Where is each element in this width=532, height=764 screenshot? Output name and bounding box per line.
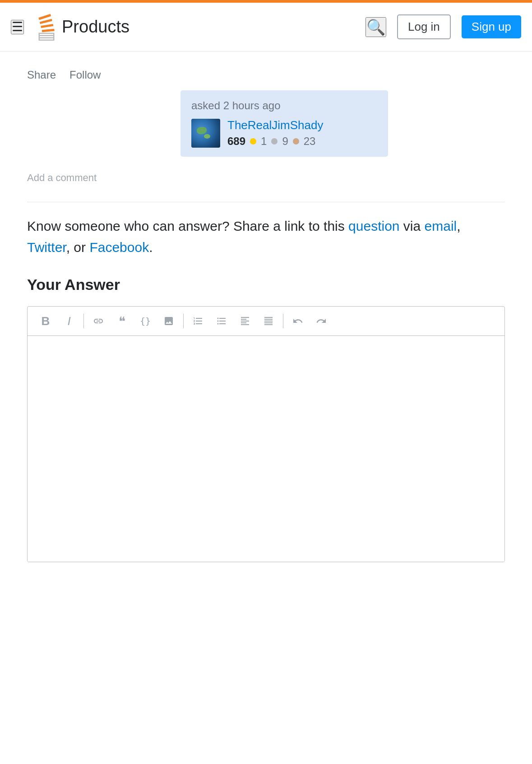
toolbar-unordered-list-button[interactable] bbox=[211, 312, 232, 330]
toolbar-blockquote-button[interactable]: ❝ bbox=[111, 312, 133, 330]
or-text: , or bbox=[66, 240, 86, 255]
share-section: Know someone who can answer? Share a lin… bbox=[27, 216, 505, 258]
toolbar-divider-1 bbox=[83, 314, 84, 328]
gold-badge-dot bbox=[250, 138, 256, 144]
toolbar-divider-2 bbox=[183, 314, 184, 328]
svg-rect-1 bbox=[40, 34, 53, 40]
bronze-badge-count: 23 bbox=[304, 135, 316, 148]
your-answer-heading: Your Answer bbox=[27, 276, 505, 293]
ordered-list-icon bbox=[192, 316, 204, 326]
user-row: TheRealJimShady 689 1 9 23 bbox=[191, 118, 377, 148]
toolbar-divider-3 bbox=[283, 314, 283, 328]
add-comment-field[interactable]: Add a comment bbox=[27, 166, 505, 197]
stackoverflow-logo-icon bbox=[35, 14, 58, 41]
gold-badge-count: 1 bbox=[261, 135, 267, 148]
answer-editor: B I ❝ {} bbox=[27, 306, 505, 562]
avatar bbox=[191, 119, 220, 148]
toolbar-align-justify-button[interactable] bbox=[258, 312, 279, 330]
toolbar-ordered-list-button[interactable] bbox=[187, 312, 209, 330]
signup-button[interactable]: Sign up bbox=[462, 15, 521, 38]
toolbar-link-button[interactable] bbox=[88, 312, 109, 330]
svg-rect-7 bbox=[38, 14, 51, 19]
silver-badge-count: 9 bbox=[282, 135, 288, 148]
toolbar-redo-button[interactable] bbox=[310, 312, 332, 330]
svg-rect-6 bbox=[40, 19, 52, 24]
redo-icon bbox=[315, 316, 328, 326]
svg-rect-3 bbox=[40, 35, 53, 36]
editor-toolbar: B I ❝ {} bbox=[28, 307, 504, 336]
align-left-icon bbox=[239, 316, 251, 326]
comma1: , bbox=[457, 219, 460, 233]
align-justify-icon bbox=[262, 316, 275, 326]
username-link[interactable]: TheRealJimShady bbox=[227, 118, 323, 132]
search-button[interactable]: 🔍 bbox=[365, 17, 386, 37]
toolbar-bold-button[interactable]: B bbox=[35, 312, 56, 330]
asked-time: asked 2 hours ago bbox=[191, 99, 377, 112]
post-action-row: Share Follow bbox=[27, 61, 505, 90]
share-link[interactable]: Share bbox=[27, 69, 56, 81]
email-link[interactable]: email bbox=[425, 219, 457, 233]
svg-rect-4 bbox=[42, 28, 55, 32]
toolbar-code-button[interactable]: {} bbox=[134, 312, 156, 330]
twitter-link[interactable]: Twitter bbox=[27, 240, 66, 255]
toolbar-align-left-button[interactable] bbox=[234, 312, 256, 330]
reputation-row: 689 1 9 23 bbox=[227, 135, 323, 148]
bronze-badge-dot bbox=[293, 138, 299, 144]
login-button[interactable]: Log in bbox=[397, 14, 451, 39]
via-text: via bbox=[403, 219, 425, 233]
user-info: TheRealJimShady 689 1 9 23 bbox=[227, 118, 323, 148]
main-content: Share Follow asked 2 hours ago TheRealJi… bbox=[0, 51, 532, 571]
toolbar-image-button[interactable] bbox=[158, 312, 180, 330]
image-icon bbox=[162, 316, 175, 326]
hamburger-menu-button[interactable]: ☰ bbox=[11, 20, 24, 34]
logo-link[interactable]: Products bbox=[35, 14, 130, 41]
unordered-list-icon bbox=[215, 316, 228, 326]
svg-rect-5 bbox=[41, 23, 53, 28]
avatar-earth-image bbox=[191, 119, 220, 148]
svg-rect-2 bbox=[40, 37, 53, 38]
share-prefix: Know someone who can answer? Share a lin… bbox=[27, 219, 345, 233]
header: ☰ Products 🔍 Log in Sign up bbox=[0, 3, 532, 51]
products-label: Products bbox=[62, 17, 130, 37]
toolbar-italic-button[interactable]: I bbox=[58, 312, 80, 330]
reputation-score: 689 bbox=[227, 135, 245, 148]
question-link[interactable]: question bbox=[348, 219, 399, 233]
silver-badge-dot bbox=[271, 138, 278, 144]
asked-card: asked 2 hours ago TheRealJimShady 689 1 … bbox=[180, 90, 388, 157]
section-divider bbox=[27, 202, 505, 202]
follow-link[interactable]: Follow bbox=[69, 69, 101, 81]
answer-editor-body[interactable] bbox=[28, 336, 504, 562]
undo-icon bbox=[291, 316, 304, 326]
toolbar-undo-button[interactable] bbox=[287, 312, 309, 330]
link-icon bbox=[92, 316, 105, 326]
period: . bbox=[149, 240, 153, 255]
facebook-link[interactable]: Facebook bbox=[89, 240, 149, 255]
